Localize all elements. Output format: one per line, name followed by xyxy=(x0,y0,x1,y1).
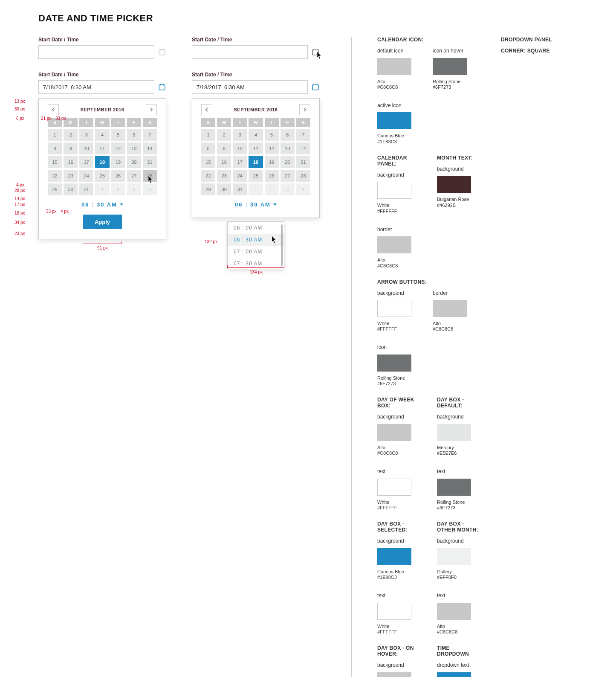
month-label: SEPTEMBER 2016 xyxy=(81,107,124,112)
day-cell[interactable]: 19 xyxy=(265,156,279,168)
day-cell[interactable]: 29 xyxy=(48,183,62,195)
day-cell[interactable]: 21 xyxy=(296,156,310,168)
day-cell[interactable]: 23 xyxy=(217,170,231,182)
prev-month-button[interactable] xyxy=(48,104,59,115)
day-cell[interactable]: 2 xyxy=(111,183,125,195)
day-cell[interactable]: 28 xyxy=(143,170,157,182)
day-cell[interactable]: 25 xyxy=(249,170,263,182)
day-cell[interactable]: 18 xyxy=(249,156,263,168)
swatch-row: backgroundAlto#C8C8C8textWhite#FFFFFF xyxy=(377,414,420,510)
next-month-button[interactable] xyxy=(299,104,310,115)
swatch-box xyxy=(437,672,471,677)
time-option[interactable]: 07 : 00 AM xyxy=(228,246,284,258)
day-cell[interactable]: 17 xyxy=(233,156,247,168)
swatch-item: textRolling Stone#6F7273 xyxy=(437,468,480,510)
day-cell[interactable]: 5 xyxy=(265,129,279,141)
day-cell[interactable]: 13 xyxy=(281,142,295,154)
day-cell[interactable]: 18 xyxy=(95,156,109,168)
day-cell[interactable]: 22 xyxy=(48,170,62,182)
day-cell[interactable]: 4 xyxy=(249,129,263,141)
day-cell[interactable]: 2 xyxy=(217,129,231,141)
day-cell[interactable]: 24 xyxy=(233,170,247,182)
day-cell[interactable]: 12 xyxy=(111,142,125,154)
time-option[interactable]: 06 : 00 AM xyxy=(228,222,284,234)
day-cell[interactable]: 7 xyxy=(296,129,310,141)
day-cell[interactable]: 25 xyxy=(95,170,109,182)
day-cell[interactable]: 6 xyxy=(127,129,141,141)
day-cell[interactable]: 8 xyxy=(201,142,215,154)
day-cell[interactable]: 26 xyxy=(265,170,279,182)
scrollbar[interactable] xyxy=(281,224,283,266)
day-cell[interactable]: 13 xyxy=(127,142,141,154)
day-cell[interactable]: 14 xyxy=(143,142,157,154)
day-cell[interactable]: 23 xyxy=(64,170,78,182)
day-cell[interactable]: 14 xyxy=(296,142,310,154)
swatch-item: backgroundWhite#FFFFFF xyxy=(377,172,420,214)
day-cell[interactable]: 2 xyxy=(265,183,279,195)
day-cell[interactable]: 24 xyxy=(79,170,93,182)
day-cell[interactable]: 10 xyxy=(79,142,93,154)
day-cell[interactable]: 20 xyxy=(127,156,141,168)
calendar-icon[interactable] xyxy=(158,83,166,91)
day-cell[interactable]: 30 xyxy=(217,183,231,195)
day-cell[interactable]: 16 xyxy=(64,156,78,168)
day-cell[interactable]: 4 xyxy=(296,183,310,195)
day-cell[interactable]: 28 xyxy=(296,170,310,182)
day-cell[interactable]: 1 xyxy=(95,183,109,195)
day-cell[interactable]: 5 xyxy=(111,129,125,141)
day-cell[interactable]: 15 xyxy=(48,156,62,168)
calendar-icon[interactable] xyxy=(311,83,320,91)
prev-month-button[interactable] xyxy=(201,104,212,115)
day-cell[interactable]: 4 xyxy=(143,183,157,195)
day-cell[interactable]: 27 xyxy=(281,170,295,182)
dow-cell: S xyxy=(143,118,157,127)
day-cell[interactable]: 15 xyxy=(201,156,215,168)
calendar-icon[interactable] xyxy=(158,48,166,56)
day-cell[interactable]: 9 xyxy=(64,142,78,154)
day-cell[interactable]: 19 xyxy=(111,156,125,168)
day-cell[interactable]: 3 xyxy=(127,183,141,195)
date-input[interactable] xyxy=(192,80,308,94)
day-cell[interactable]: 8 xyxy=(48,142,62,154)
day-cell[interactable]: 27 xyxy=(127,170,141,182)
swatch-item: textWhite#FFFFFF xyxy=(377,593,420,634)
date-input[interactable] xyxy=(38,45,154,59)
day-cell[interactable]: 3 xyxy=(233,129,247,141)
day-cell[interactable]: 22 xyxy=(201,170,215,182)
day-cell[interactable]: 4 xyxy=(95,129,109,141)
apply-button[interactable]: Apply xyxy=(83,215,122,229)
day-cell[interactable]: 12 xyxy=(265,142,279,154)
day-cell[interactable]: 16 xyxy=(217,156,231,168)
day-cell[interactable]: 9 xyxy=(217,142,231,154)
day-cell[interactable]: 3 xyxy=(79,129,93,141)
time-dropdown-trigger[interactable]: 06 : 30 AM xyxy=(201,201,310,208)
day-cell[interactable]: 21 xyxy=(143,156,157,168)
time-dropdown-trigger[interactable]: 06 : 30 AM xyxy=(48,201,157,208)
day-cell[interactable]: 2 xyxy=(64,129,78,141)
date-input[interactable] xyxy=(192,45,308,59)
next-month-button[interactable] xyxy=(146,104,157,115)
time-option[interactable]: 06 : 30 AM xyxy=(228,234,284,246)
day-cell[interactable]: 1 xyxy=(201,129,215,141)
day-cell[interactable]: 31 xyxy=(79,183,93,195)
calendar-icon[interactable] xyxy=(311,48,320,56)
day-cell[interactable]: 7 xyxy=(143,129,157,141)
day-cell[interactable]: 20 xyxy=(281,156,295,168)
day-cell[interactable]: 1 xyxy=(249,183,263,195)
day-cell[interactable]: 29 xyxy=(201,183,215,195)
spec-section-title: ARROW BUTTONS: xyxy=(377,279,480,285)
day-cell[interactable]: 3 xyxy=(281,183,295,195)
day-cell[interactable]: 10 xyxy=(233,142,247,154)
day-cell[interactable]: 1 xyxy=(48,129,62,141)
day-cell[interactable]: 6 xyxy=(281,129,295,141)
day-cell[interactable]: 17 xyxy=(79,156,93,168)
day-cell[interactable]: 26 xyxy=(111,170,125,182)
day-cell[interactable]: 11 xyxy=(249,142,263,154)
day-cell[interactable]: 30 xyxy=(64,183,78,195)
day-cell[interactable]: 31 xyxy=(233,183,247,195)
dow-cell: S xyxy=(296,118,310,127)
date-input[interactable] xyxy=(38,80,154,94)
swatch-item: backgroundGallery#EFF0F0 xyxy=(437,538,480,580)
day-cell[interactable]: 11 xyxy=(95,142,109,154)
swatch-item: backgroundCurious Blue#1E88C3 xyxy=(377,538,420,580)
